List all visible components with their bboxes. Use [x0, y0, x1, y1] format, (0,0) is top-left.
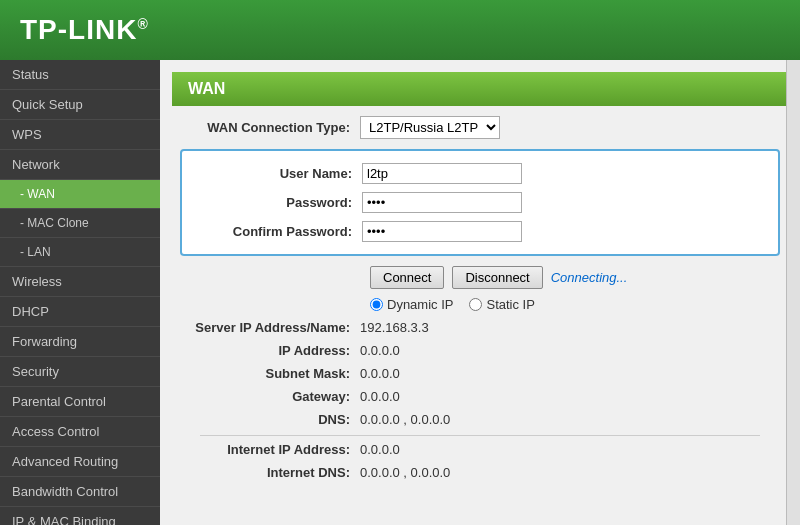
sidebar-item-lan[interactable]: - LAN — [0, 238, 160, 267]
wan-connection-type-select[interactable]: L2TP/Russia L2TP — [360, 116, 500, 139]
sidebar: StatusQuick SetupWPSNetwork- WAN- MAC Cl… — [0, 60, 160, 525]
field-value-3: 0.0.0.0 — [360, 389, 400, 404]
dynamic-ip-text: Dynamic IP — [387, 297, 453, 312]
disconnect-button[interactable]: Disconnect — [452, 266, 542, 289]
username-row: User Name: — [182, 163, 778, 184]
password-row: Password: — [182, 192, 778, 213]
sidebar-item-access-control[interactable]: Access Control — [0, 417, 160, 447]
wan-connection-type-row: WAN Connection Type: L2TP/Russia L2TP — [180, 116, 780, 139]
field-label-4: DNS: — [180, 412, 360, 427]
field-row-4: DNS:0.0.0.0 , 0.0.0.0 — [180, 412, 780, 427]
dynamic-ip-radio[interactable] — [370, 298, 383, 311]
sidebar-item-quick-setup[interactable]: Quick Setup — [0, 90, 160, 120]
sidebar-item-bandwidth-control[interactable]: Bandwidth Control — [0, 477, 160, 507]
field-row-1: IP Address:0.0.0.0 — [180, 343, 780, 358]
page-title: WAN — [172, 72, 788, 106]
username-input[interactable] — [362, 163, 522, 184]
sidebar-item-dhcp[interactable]: DHCP — [0, 297, 160, 327]
field-label-0: Server IP Address/Name: — [180, 320, 360, 335]
field-value-0: 192.168.3.3 — [360, 320, 429, 335]
connect-button[interactable]: Connect — [370, 266, 444, 289]
field-row-6: Internet DNS:0.0.0.0 , 0.0.0.0 — [180, 465, 780, 480]
sidebar-item-wps[interactable]: WPS — [0, 120, 160, 150]
header: TP-LINK® — [0, 0, 800, 60]
username-label: User Name: — [182, 166, 362, 181]
field-row-5: Internet IP Address:0.0.0.0 — [180, 442, 780, 457]
confirm-password-label: Confirm Password: — [182, 224, 362, 239]
button-row: Connect Disconnect Connecting... — [180, 266, 780, 289]
sidebar-item-wan[interactable]: - WAN — [0, 180, 160, 209]
main-layout: StatusQuick SetupWPSNetwork- WAN- MAC Cl… — [0, 60, 800, 525]
field-label-5: Internet IP Address: — [180, 442, 360, 457]
field-row-3: Gateway:0.0.0.0 — [180, 389, 780, 404]
logo-symbol: ® — [137, 16, 148, 32]
field-value-6: 0.0.0.0 , 0.0.0.0 — [360, 465, 450, 480]
sidebar-item-network[interactable]: Network — [0, 150, 160, 180]
sidebar-item-security[interactable]: Security — [0, 357, 160, 387]
password-input[interactable] — [362, 192, 522, 213]
dynamic-ip-label[interactable]: Dynamic IP — [370, 297, 453, 312]
password-label: Password: — [182, 195, 362, 210]
field-label-6: Internet DNS: — [180, 465, 360, 480]
field-row-2: Subnet Mask:0.0.0.0 — [180, 366, 780, 381]
sidebar-item-ip-mac-binding[interactable]: IP & MAC Binding — [0, 507, 160, 525]
static-ip-radio[interactable] — [469, 298, 482, 311]
divider — [200, 435, 760, 436]
field-row-0: Server IP Address/Name:192.168.3.3 — [180, 320, 780, 335]
connecting-status: Connecting... — [551, 270, 628, 285]
confirm-password-row: Confirm Password: — [182, 221, 778, 242]
sidebar-item-status[interactable]: Status — [0, 60, 160, 90]
credentials-box: User Name: Password: Confirm Password: — [180, 149, 780, 256]
wan-connection-type-label: WAN Connection Type: — [180, 120, 360, 135]
field-label-1: IP Address: — [180, 343, 360, 358]
content-area: WAN WAN Connection Type: L2TP/Russia L2T… — [160, 60, 800, 525]
sidebar-item-advanced-routing[interactable]: Advanced Routing — [0, 447, 160, 477]
form-fields: Server IP Address/Name:192.168.3.3IP Add… — [160, 320, 800, 480]
field-value-2: 0.0.0.0 — [360, 366, 400, 381]
sidebar-item-wireless[interactable]: Wireless — [0, 267, 160, 297]
logo: TP-LINK® — [20, 14, 149, 46]
field-value-5: 0.0.0.0 — [360, 442, 400, 457]
static-ip-text: Static IP — [486, 297, 534, 312]
field-label-3: Gateway: — [180, 389, 360, 404]
field-value-4: 0.0.0.0 , 0.0.0.0 — [360, 412, 450, 427]
static-ip-label[interactable]: Static IP — [469, 297, 534, 312]
field-label-2: Subnet Mask: — [180, 366, 360, 381]
logo-text: TP-LINK — [20, 14, 137, 45]
ip-type-row: Dynamic IP Static IP — [180, 297, 780, 312]
confirm-password-input[interactable] — [362, 221, 522, 242]
scrollbar[interactable] — [786, 60, 800, 525]
sidebar-item-parental-control[interactable]: Parental Control — [0, 387, 160, 417]
sidebar-item-forwarding[interactable]: Forwarding — [0, 327, 160, 357]
sidebar-item-mac-clone[interactable]: - MAC Clone — [0, 209, 160, 238]
field-value-1: 0.0.0.0 — [360, 343, 400, 358]
